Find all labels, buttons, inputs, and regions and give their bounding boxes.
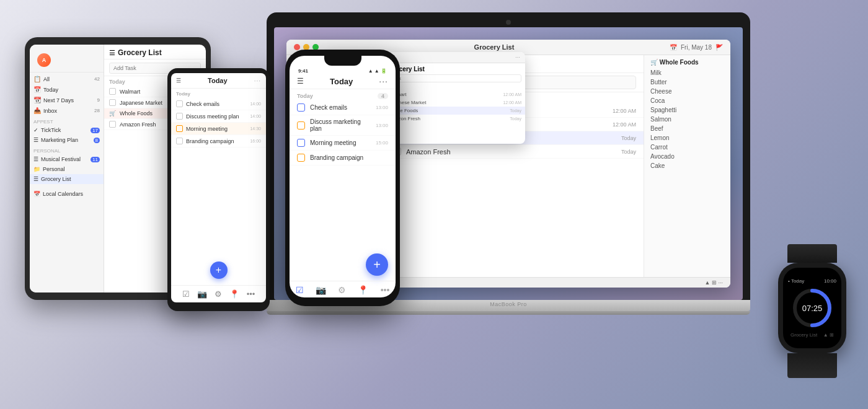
phone-footer-check-icon[interactable]: ☑	[296, 285, 304, 295]
macbook-camera	[506, 20, 511, 25]
phone-task-branding[interactable]: Branding campaign	[290, 151, 396, 165]
tablet-check[interactable]	[176, 138, 183, 144]
ipad-list-header: ☰ Grocery List	[104, 45, 206, 59]
phone-fab-button[interactable]: +	[366, 253, 388, 276]
tablet-task-branding[interactable]: Branding campaign 16:00	[171, 135, 266, 147]
phone-task-morning[interactable]: Morning meeting 15:00	[290, 136, 396, 151]
phone-today-label: Today 4	[290, 89, 396, 100]
mini-task-amazon[interactable]: Amazon Fresh Today	[380, 115, 521, 123]
tablet-footer-calendar-icon[interactable]: 📷	[197, 289, 207, 299]
ipad-task-check[interactable]	[109, 88, 116, 95]
watch-icons-area: ▲ ⊞	[823, 332, 834, 338]
tablet-footer-more-icon[interactable]: •••	[247, 289, 255, 299]
ipad-sidebar-ticktick[interactable]: ✓ TickTick 17	[30, 125, 104, 135]
tablet-footer-location-icon[interactable]: 📍	[229, 289, 239, 299]
phone-more-icon[interactable]: ···	[379, 76, 388, 86]
right-item-carrot: Carrot	[650, 143, 724, 152]
ipad-sidebar-marketing[interactable]: ☰ Marketing Plan 8	[30, 135, 104, 145]
phone-footer-camera-icon[interactable]: 📷	[316, 285, 326, 295]
phone-check-emails[interactable]	[297, 103, 305, 112]
watch-today-label: • Today	[788, 278, 804, 284]
ipad-avatar: A	[37, 53, 51, 67]
phone-check-marketing[interactable]	[297, 121, 305, 130]
status-icons: ▲ ⊞ ···	[705, 279, 723, 286]
phone-notch	[324, 56, 361, 66]
tablet-footer-settings-icon[interactable]: ⚙	[215, 289, 222, 299]
watch-time-label: 10:00	[824, 278, 836, 284]
phone-statusbar: 9:41 ▲ ▲ 🔋	[290, 66, 396, 74]
tablet-task-emails[interactable]: Check emails 14:00	[171, 98, 266, 110]
tablet-check-orange[interactable]	[176, 125, 183, 132]
mini-task-japanese[interactable]: Japanese Market 12:00 AM	[380, 99, 521, 107]
ipad-sidebar-today[interactable]: 📅 Today	[30, 84, 104, 95]
phone-status-icons: ▲ ▲ 🔋	[368, 68, 387, 74]
tablet-task-morning[interactable]: Morning meeting 14:30	[171, 123, 266, 135]
ipad-sidebar-all[interactable]: 📋 All 42	[30, 74, 104, 84]
mini-add-task[interactable]	[380, 74, 521, 82]
titlebar-date-icon: 📅	[670, 44, 677, 51]
right-item-cheese: Cheese	[650, 87, 724, 96]
ipad-task-check[interactable]	[109, 121, 116, 128]
mini-list-header: ☰ Grocery List	[380, 66, 521, 73]
tablet-device: ☰ Today ··· Today Check emails 14:00 Dis…	[167, 68, 270, 311]
phone-task-emails[interactable]: Check emails 13:00	[290, 100, 396, 115]
tablet-today-label: Today	[171, 89, 266, 98]
phone-topbar: ☰ Today ···	[290, 74, 396, 89]
mini-app-controls: ⋯	[515, 55, 520, 60]
ipad-sidebar-personal[interactable]: 📁 Personal	[30, 164, 104, 174]
phone-time-display: 9:41	[298, 68, 308, 74]
titlebar-title: Grocery List	[474, 43, 515, 51]
right-item-beef: Beef	[650, 124, 724, 133]
phone-check-branding[interactable]	[297, 154, 305, 162]
right-item-spaghetti: Spaghetti	[650, 105, 724, 115]
ipad-sidebar-festival[interactable]: ☰ Musical Festival 11	[30, 154, 104, 164]
ipad-sidebar: A 📋 All 42 📅 Today 📆 Next 7 Days 9	[30, 45, 104, 292]
phone-footer-location-icon[interactable]: 📍	[358, 285, 368, 295]
watch-bottom-label: Grocery List	[790, 332, 817, 338]
phone-check-morning[interactable]	[297, 139, 305, 147]
right-item-avocado: Avocado	[650, 152, 724, 161]
tablet-fab-button[interactable]: +	[210, 262, 228, 279]
ipad-sidebar-next7[interactable]: 📆 Next 7 Days 9	[30, 95, 104, 105]
ipad-sidebar-grocery[interactable]: ☰ Grocery List	[30, 174, 104, 184]
right-item-cake: Cake	[650, 161, 724, 170]
phone-menu-icon[interactable]: ☰	[297, 77, 304, 86]
watch-band-bottom	[787, 353, 837, 378]
phone-device: 9:41 ▲ ▲ 🔋 ☰ Today ··· Today 4 Check ema…	[285, 50, 400, 306]
right-item-salmon: Salmon	[650, 115, 724, 124]
tablet-check[interactable]	[176, 113, 183, 120]
phone-fab-area: +	[290, 248, 396, 281]
ipad-section-appest: APPEST	[30, 116, 104, 125]
tablet-task-marketing[interactable]: Discuss meeting plan 14:00	[171, 110, 266, 123]
right-item-lemon: Lemon	[650, 133, 724, 143]
tablet-check[interactable]	[176, 100, 183, 107]
watch-header: • Today 10:00	[788, 278, 836, 284]
phone-task-marketing[interactable]: Discuss marketing plan 13:00	[290, 115, 396, 136]
watch-band-top	[787, 244, 837, 263]
mini-task-walmart[interactable]: Walmart 12:00 AM	[380, 90, 521, 99]
macbook-right-panel: 🛒 Whole Foods Milk Butter Cheese Coca Sp…	[644, 55, 730, 277]
tablet-title: Today	[208, 77, 228, 84]
phone-footer-settings-icon[interactable]: ⚙	[338, 285, 346, 295]
tablet-footer-check-icon[interactable]: ☑	[182, 289, 190, 299]
macbook-task-amazon[interactable]: Amazon Fresh Today	[386, 145, 644, 159]
phone-footer-more-icon[interactable]: •••	[381, 285, 390, 295]
ipad-task-check[interactable]	[109, 99, 116, 106]
mini-today-label: Today	[380, 85, 521, 89]
phone-footer: ☑ 📷 ⚙ 📍 •••	[290, 281, 396, 297]
right-item-butter: Butter	[650, 77, 724, 87]
watch-ring: 07:25	[790, 286, 834, 330]
right-item-milk: Milk	[650, 68, 724, 77]
ipad-sidebar-inbox[interactable]: 📥 Inbox 28	[30, 105, 104, 116]
ipad-sidebar-calendars[interactable]: 📅 Local Calendars	[30, 189, 104, 199]
titlebar-right: 📅 Fri, May 18 🚩	[670, 44, 723, 51]
apple-watch-device: • Today 10:00 07:25 Grocery List ▲ ⊞	[769, 244, 856, 378]
tablet-topbar: ☰ Today ···	[171, 73, 266, 89]
phone-title: Today	[330, 77, 353, 86]
watch-body: • Today 10:00 07:25 Grocery List ▲ ⊞	[778, 263, 846, 353]
tablet-footer: ☑ 📷 ⚙ 📍 •••	[171, 285, 266, 302]
titlebar-flag: 🚩	[715, 44, 723, 51]
watch-ring-time: 07:25	[802, 303, 823, 313]
macbook-foot	[267, 311, 750, 315]
titlebar-date: Fri, May 18	[681, 44, 712, 51]
